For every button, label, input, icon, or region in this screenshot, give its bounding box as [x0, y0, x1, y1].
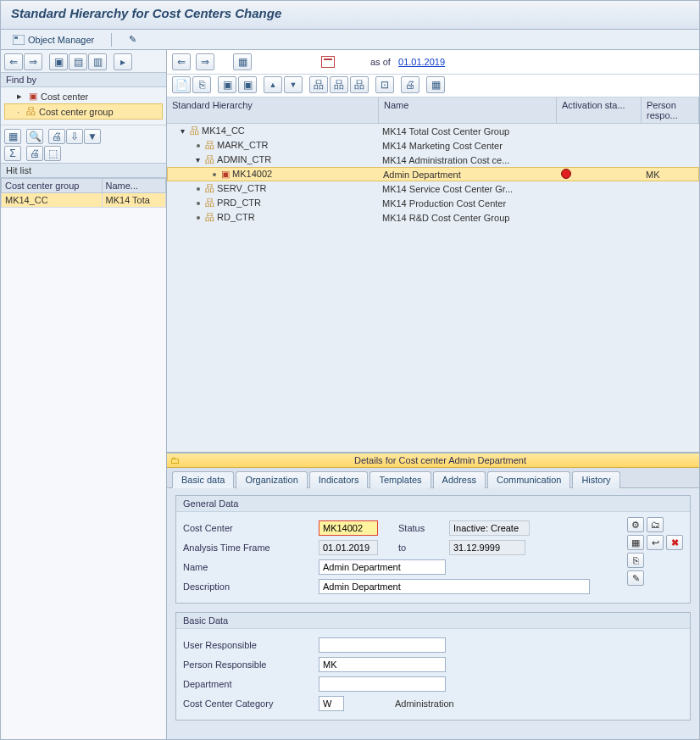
find-item-cost-center-group[interactable]: · 品 Cost center group [4, 103, 163, 120]
search-button[interactable]: 🔍 [26, 129, 43, 144]
hit-col-group[interactable]: Cost center group [2, 179, 103, 193]
cost-center-icon: ▣ [29, 91, 37, 102]
tree-row[interactable]: 品 MARK_CTRMK14 Marketing Cost Center [167, 138, 699, 153]
details-tabs: Basic data Organization Indicators Templ… [167, 468, 699, 488]
leaf-icon [197, 216, 200, 220]
collapse-icon[interactable]: ▾ [194, 157, 202, 164]
group-basic-data: Basic Data User Responsible Person Respo… [175, 612, 691, 721]
sum-button[interactable]: Σ [4, 146, 21, 161]
expand-button[interactable]: 品 [309, 76, 328, 93]
hierarchy-icon: 品 [205, 198, 214, 208]
delete-button[interactable]: ✖ [666, 535, 683, 550]
layout2-button[interactable]: ▤ [69, 53, 87, 70]
edit-button[interactable]: ✎ [124, 33, 142, 46]
tool1-button[interactable]: ⚙ [627, 517, 644, 532]
tree-node-id: RD_CTR [217, 212, 255, 222]
folder-icon: 🗀 [170, 455, 180, 465]
print-button[interactable]: 🖨 [401, 76, 419, 93]
tree-node-person [642, 203, 699, 204]
tab-address[interactable]: Address [433, 471, 486, 488]
person-responsible-input[interactable] [319, 657, 446, 672]
user-responsible-input[interactable] [319, 637, 446, 653]
tab-indicators[interactable]: Indicators [309, 471, 369, 488]
copy-button[interactable]: ⎘ [627, 553, 644, 568]
tree-col-person[interactable]: Person respo... [642, 97, 699, 123]
edit-button[interactable]: ✎ [627, 570, 644, 586]
filter-button[interactable]: ▼ [84, 129, 101, 144]
cut-button[interactable]: ▣ [218, 76, 236, 93]
menubar: Object Manager ✎ [1, 30, 699, 50]
hit-col-name[interactable]: Name... [102, 179, 165, 193]
as-of-date[interactable]: 01.01.2019 [398, 57, 445, 67]
object-manager-button[interactable]: Object Manager [8, 34, 99, 46]
tree-row[interactable]: 品 SERV_CTRMK14 Service Cost Center Gr... [167, 181, 699, 196]
print-button[interactable]: 🖨 [48, 129, 65, 144]
tab-history[interactable]: History [572, 471, 619, 488]
overflow-button[interactable]: ▸ [114, 53, 132, 70]
collapse-icon[interactable]: ▾ [179, 128, 186, 136]
hierarchy-icon: 品 [26, 105, 36, 118]
status-label: Status [398, 523, 449, 533]
tree-col-hierarchy[interactable]: Standard Hierarchy [167, 97, 379, 123]
export-button[interactable]: ⇩ [66, 129, 83, 144]
left-mid-toolbar2: Σ 🖨 ⬚ [1, 146, 166, 163]
find-button[interactable]: ⊡ [375, 76, 394, 93]
cost-center-category-input[interactable] [319, 696, 344, 711]
nav-forward-button[interactable]: ⇒ [24, 53, 42, 70]
tree-node-name: MK14 R&D Cost Center Group [379, 212, 557, 224]
right-pane: ⇐ ⇒ ▦ as of 01.01.2019 📄 ⎘ ▣ ▣ ▲ [167, 50, 699, 739]
expand2-button[interactable]: 品 [330, 76, 348, 93]
object-manager-label: Object Manager [28, 35, 94, 45]
description-input[interactable] [319, 579, 590, 594]
details-titlebar: 🗀 Details for Cost center Admin Departme… [167, 453, 699, 468]
analysis-time-frame-label: Analysis Time Frame [183, 542, 319, 553]
up-button[interactable]: ▲ [264, 76, 282, 93]
create-button[interactable]: 📄 [172, 76, 191, 93]
hierarchy-icon: 品 [205, 212, 214, 222]
tab-organization[interactable]: Organization [236, 471, 307, 488]
tree-col-name[interactable]: Name [379, 97, 557, 123]
tree-row[interactable]: 品 PRD_CTRMK14 Production Cost Center [167, 196, 699, 210]
display-button[interactable]: ▦ [4, 129, 21, 144]
nav-back-button[interactable]: ⇐ [172, 53, 191, 70]
tree-node-id: MARK_CTR [217, 140, 269, 150]
svg-rect-0 [13, 35, 25, 45]
nav-back-button[interactable]: ⇐ [4, 53, 23, 70]
department-input[interactable] [319, 676, 446, 692]
tool4-button[interactable]: ↩ [647, 535, 664, 550]
layout1-button[interactable]: ▣ [49, 53, 68, 70]
tree-row[interactable]: ▾品 ADMIN_CTRMK14 Administration Cost ce.… [167, 153, 699, 167]
copy-button[interactable]: ⎘ [192, 76, 211, 93]
find-item-cost-center[interactable]: ▸ ▣ Cost center [4, 89, 163, 103]
tree-row[interactable]: 品 RD_CTRMK14 R&D Cost Center Group [167, 210, 699, 225]
excel-button[interactable]: ⬚ [44, 146, 61, 161]
tab-templates[interactable]: Templates [369, 471, 431, 488]
name-input[interactable] [319, 559, 446, 575]
hit-list-label: Hit list [1, 163, 166, 178]
tree-node-id: SERV_CTR [217, 183, 266, 193]
person-responsible-label: Person Responsible [183, 659, 319, 670]
tree-col-activation[interactable]: Activation sta... [557, 97, 642, 123]
tool2-button[interactable]: 🗂 [647, 517, 664, 532]
tab-communication[interactable]: Communication [487, 471, 570, 488]
collapse-button[interactable]: 品 [350, 76, 369, 93]
window-title: Standard Hierarchy for Cost Centers Chan… [1, 1, 699, 30]
description-label: Description [183, 581, 319, 592]
tree-node-name: MK14 Marketing Cost Center [379, 140, 557, 152]
nav-forward-button[interactable]: ⇒ [196, 53, 214, 70]
period-button[interactable]: ▦ [233, 53, 252, 70]
down-button[interactable]: ▼ [284, 76, 303, 93]
settings-button[interactable]: ▦ [426, 76, 445, 93]
cost-center-input[interactable] [319, 520, 378, 536]
tree-row[interactable]: ▣ MK14002Admin DepartmentMK [167, 167, 699, 181]
tool3-button[interactable]: ▦ [627, 535, 644, 550]
tree-row[interactable]: ▾品 MK14_CCMK14 Total Cost Center Group [167, 124, 699, 138]
tree-node-id: MK14002 [232, 169, 272, 179]
analysis-to-input [449, 540, 525, 555]
paste-button[interactable]: ▣ [238, 76, 257, 93]
leaf-icon [213, 173, 216, 176]
layout3-button[interactable]: ▥ [88, 53, 107, 70]
print2-button[interactable]: 🖨 [26, 146, 43, 161]
tab-basic-data[interactable]: Basic data [172, 471, 234, 488]
hit-row[interactable]: MK14_CC MK14 Tota [2, 193, 166, 208]
